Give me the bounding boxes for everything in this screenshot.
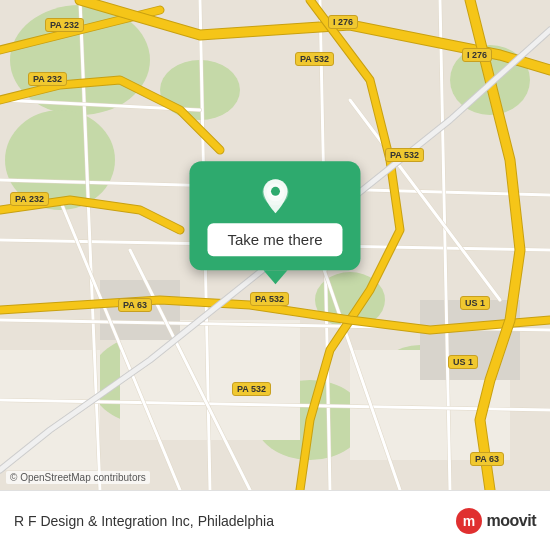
svg-text:m: m <box>462 513 474 529</box>
svg-point-3 <box>270 187 279 196</box>
moovit-icon: m <box>455 507 483 535</box>
road-badge-us1-1: US 1 <box>460 296 490 310</box>
map-container: PA 232 PA 232 PA 232 I 276 I 276 PA 532 … <box>0 0 550 490</box>
road-badge-pa232-3: PA 232 <box>10 192 49 206</box>
bottom-bar: R F Design & Integration Inc, Philadelph… <box>0 490 550 550</box>
map-popup: Take me there <box>189 161 360 284</box>
map-attribution: © OpenStreetMap contributors <box>6 471 150 484</box>
popup-tail <box>263 270 287 284</box>
road-badge-us1-2: US 1 <box>448 355 478 369</box>
road-badge-i276-2: I 276 <box>462 48 492 62</box>
road-badge-pa232-1: PA 232 <box>45 18 84 32</box>
road-badge-pa532-3: PA 532 <box>250 292 289 306</box>
road-badge-pa532-1: PA 532 <box>295 52 334 66</box>
moovit-text: moovit <box>487 512 536 530</box>
moovit-logo: m moovit <box>455 507 536 535</box>
popup-bubble[interactable]: Take me there <box>189 161 360 270</box>
road-badge-i276-1: I 276 <box>328 15 358 29</box>
road-badge-pa532-4: PA 532 <box>232 382 271 396</box>
road-badge-pa532-2: PA 532 <box>385 148 424 162</box>
location-pin-icon <box>255 175 295 215</box>
take-me-there-button[interactable]: Take me there <box>207 223 342 256</box>
road-badge-pa232-2: PA 232 <box>28 72 67 86</box>
road-badge-pa63-1: PA 63 <box>118 298 152 312</box>
location-title: R F Design & Integration Inc, Philadelph… <box>14 513 274 529</box>
road-badge-pa63-2: PA 63 <box>470 452 504 466</box>
